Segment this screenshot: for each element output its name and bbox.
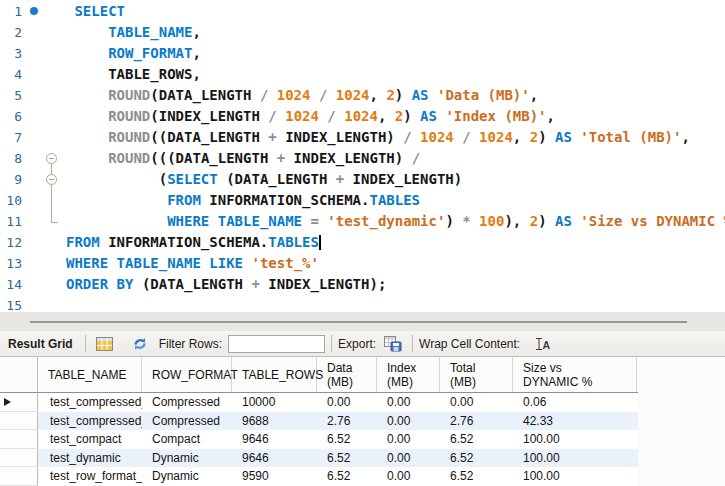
table-row[interactable]: test_compressed_2Compressed100000.000.00…: [0, 393, 638, 412]
grid-cell[interactable]: test_row_format_base: [38, 467, 142, 486]
code-line[interactable]: 2 TABLE_NAME,: [0, 22, 725, 43]
result-grid-title: Result Grid: [8, 337, 73, 351]
grid-cell[interactable]: 100.00: [513, 449, 637, 468]
code-line[interactable]: 1 SELECT: [0, 1, 725, 22]
grid-cell[interactable]: 0.00: [440, 393, 513, 412]
grid-cell[interactable]: Compressed: [142, 393, 232, 412]
row-selector[interactable]: [0, 467, 38, 486]
grid-cell[interactable]: Compressed: [142, 412, 232, 431]
grid-cell[interactable]: Dynamic: [142, 467, 232, 486]
grid-cell[interactable]: 6.52: [440, 467, 513, 486]
grid-cell[interactable]: test_dynamic: [38, 449, 142, 468]
filter-rows-label: Filter Rows:: [159, 337, 222, 351]
row-selector[interactable]: [0, 430, 38, 449]
row-selector[interactable]: [0, 412, 38, 431]
grid-header-cell[interactable]: ROW_FORMAT: [142, 357, 232, 392]
code-line[interactable]: 14ORDER BY (DATA_LENGTH + INDEX_LENGTH);: [0, 274, 725, 295]
grid-cell[interactable]: test_compressed_2: [38, 393, 142, 412]
grid-cell[interactable]: 6.52: [317, 449, 377, 468]
wrap-cell-content-label: Wrap Cell Content:: [419, 337, 520, 351]
line-number: 1: [0, 1, 22, 22]
fold-collapse-icon[interactable]: [46, 174, 57, 185]
fold-region-end-line: [51, 185, 58, 223]
grid-header-cell[interactable]: Index (MB): [377, 357, 440, 392]
grid-cell[interactable]: 6.52: [440, 430, 513, 449]
code-text: SELECT: [66, 1, 125, 22]
code-text: (SELECT (DATA_LENGTH + INDEX_LENGTH): [66, 169, 462, 190]
code-line[interactable]: 12FROM INFORMATION_SCHEMA.TABLES: [0, 232, 725, 253]
grid-cell[interactable]: 0.00: [377, 393, 440, 412]
grid-cell[interactable]: 100.00: [513, 467, 637, 486]
grid-cell[interactable]: 0.00: [317, 393, 377, 412]
row-selector[interactable]: [0, 393, 38, 412]
table-row[interactable]: test_row_format_baseDynamic95906.520.006…: [0, 467, 638, 486]
table-row[interactable]: test_compressed_1Compressed96882.760.002…: [0, 412, 638, 431]
refresh-icon[interactable]: [130, 334, 150, 354]
export-label: Export:: [338, 337, 376, 351]
code-line[interactable]: 4 TABLE_ROWS,: [0, 64, 725, 85]
filter-rows-input[interactable]: [228, 335, 325, 353]
grid-cell[interactable]: test_compressed_1: [38, 412, 142, 431]
line-number: 3: [0, 43, 22, 64]
wrap-cell-content-icon[interactable]: A: [532, 334, 552, 354]
grid-cell[interactable]: 0.00: [377, 449, 440, 468]
grid-header-cell[interactable]: TABLE_ROWS: [232, 357, 317, 392]
grid-header-cell[interactable]: TABLE_NAME: [38, 357, 142, 392]
sql-editor[interactable]: 1 SELECT2 TABLE_NAME,3 ROW_FORMAT,4 TABL…: [0, 0, 725, 312]
grid-cell[interactable]: 42.33: [513, 412, 637, 431]
splitter-handle[interactable]: [30, 321, 687, 323]
code-line[interactable]: 5 ROUND(DATA_LENGTH / 1024 / 1024, 2) AS…: [0, 85, 725, 106]
grid-cell[interactable]: 2.76: [440, 412, 513, 431]
line-number: 10: [0, 190, 22, 211]
code-line[interactable]: 10 FROM INFORMATION_SCHEMA.TABLES: [0, 190, 725, 211]
grid-cell[interactable]: 0.00: [377, 467, 440, 486]
text-caret: [319, 235, 321, 250]
grid-cell[interactable]: 9646: [232, 449, 317, 468]
code-text: ROUND((DATA_LENGTH + INDEX_LENGTH) / 102…: [66, 127, 690, 148]
grid-header-cell[interactable]: Size vs DYNAMIC %: [513, 357, 637, 392]
code-line[interactable]: 8 ROUND(((DATA_LENGTH + INDEX_LENGTH) /: [0, 148, 725, 169]
table-row[interactable]: test_dynamicDynamic96466.520.006.52100.0…: [0, 449, 638, 468]
result-grid-toolbar: Result Grid Filter Rows: Export:: [0, 331, 725, 357]
grid-cell[interactable]: 9590: [232, 467, 317, 486]
grid-cell[interactable]: 9688: [232, 412, 317, 431]
grid-cell[interactable]: 6.52: [317, 430, 377, 449]
code-line[interactable]: 11 WHERE TABLE_NAME = 'test_dynamic') * …: [0, 211, 725, 232]
line-number: 4: [0, 64, 22, 85]
code-text: TABLE_ROWS,: [66, 64, 201, 85]
code-text: ROW_FORMAT,: [66, 43, 201, 64]
code-line[interactable]: 9 (SELECT (DATA_LENGTH + INDEX_LENGTH): [0, 169, 725, 190]
grid-cell[interactable]: 0.06: [513, 393, 637, 412]
export-recordset-icon[interactable]: [383, 334, 403, 354]
grid-cell[interactable]: 100.00: [513, 430, 637, 449]
line-number: 7: [0, 127, 22, 148]
table-row[interactable]: test_compactCompact96466.520.006.52100.0…: [0, 430, 638, 449]
row-selector[interactable]: [0, 449, 38, 468]
code-line[interactable]: 13WHERE TABLE_NAME LIKE 'test_%': [0, 253, 725, 274]
line-number: 14: [0, 274, 22, 295]
grid-cell[interactable]: 0.00: [377, 412, 440, 431]
grid-cell[interactable]: test_compact: [38, 430, 142, 449]
grid-cell[interactable]: Compact: [142, 430, 232, 449]
code-line[interactable]: 15: [0, 295, 725, 312]
grid-cell[interactable]: Dynamic: [142, 449, 232, 468]
editor-results-splitter[interactable]: [0, 312, 725, 331]
line-number: 5: [0, 85, 22, 106]
code-line[interactable]: 7 ROUND((DATA_LENGTH + INDEX_LENGTH) / 1…: [0, 127, 725, 148]
grid-header-cell[interactable]: Total (MB): [440, 357, 513, 392]
code-text: FROM INFORMATION_SCHEMA.TABLES: [66, 232, 321, 253]
code-line[interactable]: 6 ROUND(INDEX_LENGTH / 1024 / 1024, 2) A…: [0, 106, 725, 127]
code-text: ROUND(INDEX_LENGTH / 1024 / 1024, 2) AS …: [66, 106, 555, 127]
code-line[interactable]: 3 ROW_FORMAT,: [0, 43, 725, 64]
grid-cell[interactable]: 6.52: [317, 467, 377, 486]
grid-cell[interactable]: 2.76: [317, 412, 377, 431]
grid-cell[interactable]: 6.52: [440, 449, 513, 468]
code-text: TABLE_NAME,: [66, 22, 201, 43]
grid-options-icon[interactable]: [95, 334, 115, 354]
grid-cell[interactable]: 9646: [232, 430, 317, 449]
code-text: WHERE TABLE_NAME = 'test_dynamic') * 100…: [66, 211, 725, 232]
fold-collapse-icon[interactable]: [46, 153, 57, 164]
grid-cell[interactable]: 10000: [232, 393, 317, 412]
grid-header-cell[interactable]: Data (MB): [317, 357, 377, 392]
grid-cell[interactable]: 0.00: [377, 430, 440, 449]
